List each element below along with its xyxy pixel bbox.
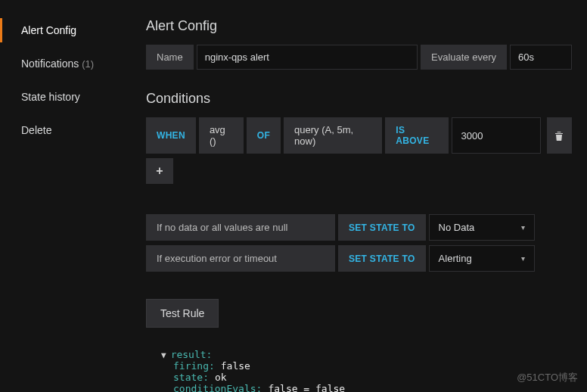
section-title-conditions: Conditions [146,91,572,107]
sidebar-item-notifications[interactable]: Notifications (1) [0,51,132,76]
result-root-key: result: [171,349,213,360]
error-state-value: Alerting [439,253,472,264]
sidebar: Alert Config Notifications (1) State his… [0,0,132,392]
condition-threshold-input[interactable] [452,117,541,154]
caret-down-icon: ▾ [521,223,525,232]
name-label: Name [146,45,194,70]
watermark: @51CTO博客 [517,371,578,384]
error-state-label: If execution error or timeout [146,245,335,272]
nodata-state-value: No Data [439,222,475,233]
add-condition-button[interactable]: + [146,158,173,184]
sidebar-item-delete[interactable]: Delete [0,118,132,142]
result-state-key: state: [173,372,209,383]
trash-icon [554,131,564,141]
nodata-set-state-keyword: SET STATE TO [338,214,426,241]
sidebar-item-alert-config[interactable]: Alert Config [0,18,132,42]
result-firing-value: false [221,360,250,372]
test-rule-button[interactable]: Test Rule [146,299,219,328]
sidebar-item-label: Notifications [21,58,79,70]
main-panel: Alert Config Name Evaluate every Conditi… [132,0,587,392]
delete-condition-button[interactable] [547,117,573,154]
error-set-state-keyword: SET STATE TO [338,245,426,272]
evaluate-every-input[interactable] [510,45,572,70]
sidebar-item-state-history[interactable]: State history [0,85,132,109]
result-conditionevals-key: conditionEvals: [173,383,262,392]
result-state-value: ok [215,372,227,383]
condition-query[interactable]: query (A, 5m, now) [284,117,382,154]
condition-when-keyword[interactable]: WHEN [146,117,196,154]
section-title-alert-config: Alert Config [146,18,572,34]
condition-of-keyword[interactable]: OF [247,117,281,154]
nodata-state-select[interactable]: No Data ▾ [429,214,535,241]
condition-operator[interactable]: IS ABOVE [385,117,448,154]
nodata-state-label: If no data or all values are null [146,214,335,241]
alert-name-input[interactable] [197,45,418,70]
result-firing-key: firing: [173,360,215,372]
condition-aggregation[interactable]: avg () [199,117,244,154]
error-state-select[interactable]: Alerting ▾ [429,245,535,272]
evaluate-every-label: Evaluate every [421,45,507,70]
test-result-output: ▼ result: firing: false state: ok condit… [146,349,572,392]
notifications-count: (1) [82,58,94,70]
caret-down-icon: ▾ [521,254,525,263]
plus-icon: + [156,164,163,178]
collapse-triangle-icon[interactable]: ▼ [161,350,166,360]
result-conditionevals-value: false = false [268,383,345,392]
